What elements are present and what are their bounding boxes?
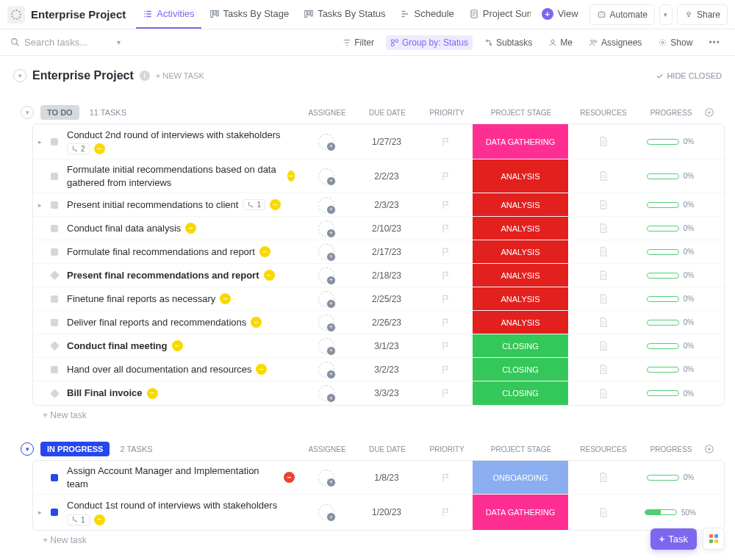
col-stage[interactable]: PROJECT STAGE — [473, 445, 569, 453]
col-priority[interactable]: PRIORITY — [420, 445, 473, 453]
task-name-cell[interactable]: Deliver final reports and recommendation… — [62, 311, 299, 334]
priority-cell[interactable] — [420, 217, 473, 240]
resources-cell[interactable] — [568, 311, 637, 334]
subtasks-button[interactable]: Subtasks — [480, 35, 537, 50]
stage-cell[interactable]: ANALYSIS — [473, 264, 568, 287]
expand-icon[interactable]: ▸ — [33, 495, 46, 530]
task-row[interactable]: Assign Account Manager and Implementatio… — [33, 461, 724, 495]
priority-cell[interactable] — [420, 461, 473, 494]
task-name-cell[interactable]: Present final recommendations and report… — [62, 264, 299, 287]
group-by-button[interactable]: Group by: Status — [386, 35, 473, 50]
col-priority[interactable]: PRIORITY — [420, 109, 473, 117]
add-assignee-icon[interactable] — [318, 315, 334, 331]
col-resources[interactable]: RESOURCES — [569, 109, 638, 117]
priority-cell[interactable] — [420, 381, 473, 405]
status-indicator[interactable] — [46, 240, 62, 263]
resources-cell[interactable] — [568, 159, 637, 193]
tab-schedule[interactable]: Schedule — [394, 1, 461, 29]
assignee-cell[interactable] — [299, 381, 354, 405]
status-indicator[interactable] — [46, 334, 62, 357]
task-row[interactable]: ▸Present initial recommendations to clie… — [33, 193, 724, 217]
col-due-date[interactable]: DUE DATE — [354, 109, 420, 117]
priority-cell[interactable] — [420, 264, 473, 287]
assignee-cell[interactable] — [299, 334, 354, 357]
expand-icon[interactable] — [33, 217, 46, 240]
task-row[interactable]: ▸Conduct 2nd round of interviews with st… — [33, 124, 724, 159]
assignee-cell[interactable] — [299, 358, 354, 381]
group-collapse-icon[interactable]: ▾ — [21, 106, 34, 119]
status-indicator[interactable] — [46, 358, 62, 381]
resources-cell[interactable] — [568, 461, 637, 494]
resources-cell[interactable] — [568, 334, 637, 357]
priority-cell[interactable] — [420, 287, 473, 310]
new-task-top[interactable]: + NEW TASK — [156, 71, 204, 80]
progress-cell[interactable]: 0% — [637, 461, 703, 494]
due-date-cell[interactable]: 2/10/23 — [354, 217, 420, 240]
tab-tasks-by-status[interactable]: Tasks By Status — [297, 1, 392, 29]
expand-icon[interactable] — [33, 159, 46, 193]
progress-cell[interactable]: 0% — [637, 240, 703, 263]
project-logo[interactable] — [7, 6, 25, 24]
status-indicator[interactable] — [46, 495, 62, 530]
add-column-button[interactable] — [704, 444, 725, 454]
expand-icon[interactable] — [33, 461, 46, 494]
progress-cell[interactable]: 0% — [637, 311, 703, 334]
apps-fab[interactable] — [703, 528, 725, 550]
new-task-button[interactable]: + New task — [10, 531, 725, 550]
assignees-button[interactable]: Assignees — [584, 35, 646, 50]
task-name-cell[interactable]: Hand over all documentation and resource… — [62, 358, 299, 381]
stage-cell[interactable]: ANALYSIS — [473, 217, 568, 240]
add-assignee-icon[interactable] — [318, 362, 334, 378]
priority-cell[interactable] — [420, 240, 473, 263]
subtask-count[interactable]: 1 — [243, 199, 265, 210]
add-assignee-icon[interactable] — [318, 470, 334, 486]
expand-icon[interactable]: ▸ — [33, 124, 46, 159]
expand-icon[interactable]: ▸ — [33, 193, 46, 216]
stage-cell[interactable]: ANALYSIS — [473, 159, 568, 193]
stage-cell[interactable]: ANALYSIS — [473, 240, 568, 263]
add-view-button[interactable]: + View — [535, 1, 585, 29]
resources-cell[interactable] — [568, 495, 637, 530]
assignee-cell[interactable] — [299, 217, 354, 240]
resources-cell[interactable] — [568, 193, 637, 216]
task-name-cell[interactable]: Finetune final reports as necessary− — [62, 287, 299, 310]
due-date-cell[interactable]: 2/18/23 — [354, 264, 420, 287]
progress-cell[interactable]: 0% — [637, 159, 703, 193]
task-row[interactable]: Hand over all documentation and resource… — [33, 358, 724, 381]
add-assignee-icon[interactable] — [318, 385, 334, 401]
add-assignee-icon[interactable] — [318, 291, 334, 307]
status-indicator[interactable] — [46, 217, 62, 240]
automate-dropdown[interactable]: ▾ — [659, 4, 673, 25]
task-name-cell[interactable]: Assign Account Manager and Implementatio… — [62, 461, 299, 494]
task-row[interactable]: Finetune final reports as necessary−2/25… — [33, 287, 724, 311]
add-assignee-icon[interactable] — [318, 168, 334, 184]
expand-icon[interactable] — [33, 381, 46, 405]
task-row[interactable]: Formulate initial recommendations based … — [33, 159, 724, 193]
due-date-cell[interactable]: 3/2/23 — [354, 358, 420, 381]
add-assignee-icon[interactable] — [318, 504, 334, 520]
due-date-cell[interactable]: 2/17/23 — [354, 240, 420, 263]
assignee-cell[interactable] — [299, 193, 354, 216]
status-indicator[interactable] — [46, 287, 62, 310]
tab-activities[interactable]: Activities — [136, 1, 201, 29]
status-indicator[interactable] — [46, 159, 62, 193]
progress-cell[interactable]: 0% — [637, 334, 703, 357]
resources-cell[interactable] — [568, 287, 637, 310]
task-name-cell[interactable]: Conduct 1st round of interviews with sta… — [62, 495, 299, 530]
collapse-list-icon[interactable]: ▾ — [13, 69, 26, 82]
show-button[interactable]: Show — [653, 35, 697, 50]
priority-cell[interactable] — [420, 495, 473, 530]
search-input[interactable] — [24, 37, 112, 48]
stage-cell[interactable]: CLOSING — [473, 358, 568, 381]
group-status-pill[interactable]: IN PROGRESS — [40, 442, 110, 456]
status-indicator[interactable] — [46, 264, 62, 287]
assignee-cell[interactable] — [299, 264, 354, 287]
task-row[interactable]: Formulate final recommendations and repo… — [33, 240, 724, 264]
due-date-cell[interactable]: 2/3/23 — [354, 193, 420, 216]
due-date-cell[interactable]: 2/2/23 — [354, 159, 420, 193]
assignee-cell[interactable] — [299, 124, 354, 159]
task-row[interactable]: Deliver final reports and recommendation… — [33, 311, 724, 334]
stage-cell[interactable]: ONBOARDING — [473, 461, 568, 494]
assignee-cell[interactable] — [299, 311, 354, 334]
due-date-cell[interactable]: 3/3/23 — [354, 381, 420, 405]
